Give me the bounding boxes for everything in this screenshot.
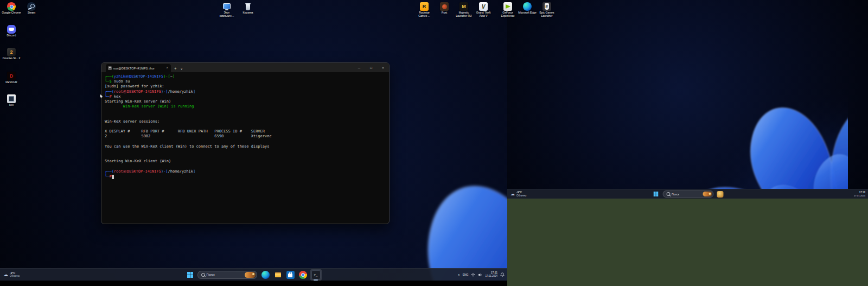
desktop-icon-label: Grand Theft Auto V (474, 11, 493, 17)
desktop-icon-label: Rust (435, 11, 454, 15)
desktop-icon-label: Microsoft Edge (518, 11, 537, 15)
desktop-icon-discord[interactable]: Discord (2, 25, 21, 37)
wifi-icon[interactable] (471, 273, 475, 277)
chrome-icon (7, 2, 16, 11)
terminal-tab[interactable]: root@DESKTOP-I41NIFS: /hor × (106, 64, 171, 72)
desktop-icon-label: Rockstar Games ... (414, 11, 434, 17)
desktop-icon-majestic[interactable]: Majestic Launcher RU (454, 2, 474, 17)
search-icon (666, 192, 670, 196)
close-button[interactable]: × (377, 63, 389, 72)
chrome-icon (299, 271, 307, 279)
epic-icon (542, 2, 551, 11)
majestic-icon (459, 2, 468, 11)
devour-icon (7, 72, 16, 80)
minimize-button[interactable]: ─ (353, 63, 365, 72)
search-box[interactable]: Поиск (197, 271, 257, 279)
desktop-icon-rust[interactable]: Rust (435, 2, 454, 15)
desktop-icon-label: Корзина (238, 11, 258, 15)
desktop-icon-label: Этот компьюте... (217, 11, 237, 17)
window-controls: ─ □ × (353, 63, 389, 72)
terminal-output[interactable]: ┌──(yzhik㉿DESKTOP-I41NIFS)-[~]└─$ sudo s… (101, 72, 389, 224)
desktop-icon-chrome[interactable]: Google Chrome (2, 2, 21, 15)
desktop-icon-kex[interactable]: kex (2, 94, 21, 107)
terminal-line: [sudo] password for yzhik: (105, 84, 386, 89)
desktop-icon-label: Discord (2, 34, 21, 37)
terminal-line: └─# (105, 174, 386, 179)
search-box[interactable]: Поиск (662, 190, 713, 198)
desktop-icon-label: Counter-St... 2 (2, 57, 21, 60)
search-placeholder: Поиск (672, 193, 679, 196)
terminal-titlebar[interactable]: root@DESKTOP-I41NIFS: /hor × + ∨ ─ □ × (101, 63, 389, 72)
weather-condition: Облачно (10, 275, 20, 278)
terminal-line: └─# kex (105, 94, 386, 99)
start-button[interactable] (186, 271, 194, 279)
desktop-icon-label: Majestic Launcher RU (454, 11, 474, 17)
tab-close-icon[interactable]: × (165, 66, 169, 70)
clock-date: 17.01.2024 (485, 275, 497, 278)
terminal-line: ┌──(root㉿DESKTOP-I41NIFS)-[/home/yzhik] (105, 169, 386, 174)
terminal-line: └─$ sudo su (105, 79, 386, 84)
terminal-line: Win-KeX server (Win) is running (105, 104, 386, 109)
taskbar-pinned-app-icon[interactable] (717, 191, 723, 198)
start-button[interactable] (652, 190, 659, 198)
desktop-icon-this-pc[interactable]: Этот компьюте... (217, 2, 237, 17)
clock[interactable]: 17:11 17.01.2024 (485, 271, 497, 278)
rockstar-icon (420, 2, 429, 11)
desktop-icon-edge[interactable]: Microsoft Edge (518, 2, 537, 15)
desktop-icon-label: kex (2, 104, 21, 107)
terminal-line: Win-KeX server sessions: (105, 119, 386, 124)
new-tab-button[interactable]: + (174, 67, 177, 71)
terminal-line (105, 109, 386, 114)
terminal-line (105, 115, 386, 119)
desktop-icon-cs2[interactable]: Counter-St... 2 (2, 48, 21, 60)
volume-icon[interactable] (478, 273, 482, 277)
this-pc-icon (222, 2, 231, 11)
tab-dropdown-icon[interactable]: ∨ (181, 68, 183, 71)
notification-bell-icon[interactable] (500, 272, 505, 277)
desktop-icon-gta5[interactable]: Grand Theft Auto V (474, 2, 493, 17)
search-placeholder: Поиск (207, 273, 215, 276)
taskbar-center: Поиск (652, 189, 723, 199)
taskbar-app-store[interactable] (285, 270, 296, 280)
search-highlight-image[interactable] (245, 272, 256, 278)
search-icon (201, 273, 205, 277)
terminal-line (105, 124, 386, 129)
terminal-line (105, 164, 386, 169)
taskbar-center: Поиск (186, 269, 322, 281)
taskbar-app-terminal[interactable] (310, 269, 322, 281)
maximize-button[interactable]: □ (365, 63, 377, 72)
desktop-icon-devour[interactable]: DEVOUR (2, 72, 21, 84)
kex-icon (7, 94, 16, 103)
terminal-icon (311, 270, 321, 279)
terminal-tab-title: root@DESKTOP-I41NIFS: /hor (113, 67, 164, 70)
desktop-icon-label: DEVOUR (2, 81, 21, 84)
cloud-icon: ☁ (510, 192, 515, 196)
desktop-icon-geforce[interactable]: GeForce Experience (498, 2, 518, 17)
desktop-icon-recycle-bin[interactable]: Корзина (238, 2, 258, 15)
weather-widget[interactable]: ☁ -9°C Облачно (510, 191, 526, 197)
weather-widget[interactable]: ☁ -9°C Облачно (3, 272, 20, 278)
discord-icon (7, 25, 16, 34)
search-highlight-image[interactable] (703, 192, 712, 196)
terminal-line: ┌──(yzhik㉿DESKTOP-I41NIFS)-[~] (105, 74, 386, 79)
desktop-icon-epic[interactable]: Epic Games Launcher (537, 2, 557, 17)
windows-terminal-window: root@DESKTOP-I41NIFS: /hor × + ∨ ─ □ × ┌… (101, 62, 390, 224)
tray-chevron-up-icon[interactable]: ∧ (458, 273, 460, 276)
language-indicator[interactable]: ENG (463, 273, 469, 276)
desktop-icon-rockstar[interactable]: Rockstar Games ... (414, 2, 434, 17)
recycle-bin-icon (244, 2, 252, 11)
taskbar-app-edge[interactable] (260, 270, 271, 280)
desktop-icon-label: Google Chrome (2, 11, 21, 15)
desktop-icon-label: Epic Games Launcher (537, 11, 557, 17)
taskbar-app-chrome[interactable] (298, 270, 308, 280)
cs2-icon (7, 48, 16, 56)
terminal-line: Starting Win-KeX server (Win) (105, 99, 386, 104)
steam-icon (27, 2, 36, 11)
desktop-icon-steam[interactable]: Steam (22, 2, 41, 15)
terminal-line (105, 154, 386, 159)
primary-taskbar: ☁ -9°C Облачно Поиск ∧ ENG (0, 268, 507, 281)
taskbar-app-file-explorer[interactable] (273, 270, 283, 280)
weather-condition: Облачно (516, 194, 526, 198)
desktop-icon-label: Steam (22, 11, 41, 15)
clock[interactable]: 17:13 17.01.2024 (854, 191, 865, 198)
